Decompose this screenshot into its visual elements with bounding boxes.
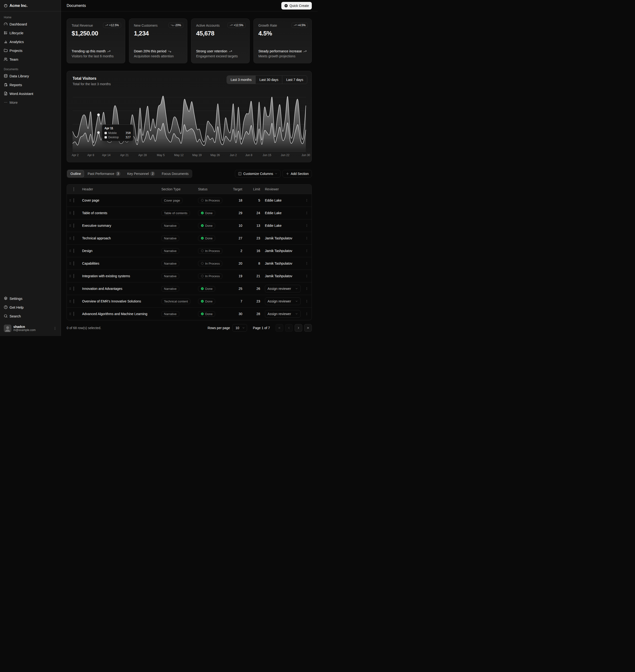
selection-status: 0 of 68 row(s) selected.	[67, 326, 102, 330]
sidebar-item-data-library[interactable]: Data Library	[2, 72, 59, 80]
row-limit[interactable]: 23	[243, 299, 261, 303]
user-menu-icon[interactable]	[53, 327, 57, 330]
drag-handle-icon[interactable]	[67, 249, 73, 252]
row-header[interactable]: Integration with existing systems	[82, 274, 161, 278]
row-header[interactable]: Design	[82, 249, 161, 253]
section-type-badge: Narrative	[161, 273, 179, 279]
sidebar-item-get-help[interactable]: Get Help	[2, 304, 59, 311]
row-target[interactable]: 18	[229, 199, 243, 202]
row-header[interactable]: Cover page	[82, 199, 161, 202]
tab-past-performance[interactable]: Past Performance3	[85, 170, 124, 177]
row-target[interactable]: 29	[229, 211, 243, 215]
row-checkbox[interactable]	[73, 198, 74, 202]
row-target[interactable]: 2	[229, 249, 243, 253]
assign-reviewer-select[interactable]: Assign reviewer	[265, 310, 301, 318]
row-menu-icon[interactable]	[302, 299, 311, 303]
row-checkbox[interactable]	[73, 223, 74, 228]
row-checkbox[interactable]	[73, 236, 74, 240]
range-option-last-7-days[interactable]: Last 7 days	[282, 76, 307, 84]
row-limit[interactable]: 23	[243, 236, 261, 240]
row-target[interactable]: 19	[229, 274, 243, 278]
tab-key-personnel[interactable]: Key Personnel2	[124, 170, 158, 177]
row-limit[interactable]: 24	[243, 211, 261, 215]
row-checkbox[interactable]	[73, 211, 74, 215]
sidebar-user[interactable]: shadcn m@example.com	[2, 323, 59, 334]
sidebar-item-projects[interactable]: Projects	[2, 47, 59, 54]
sidebar-item-reports[interactable]: Reports	[2, 81, 59, 88]
tab-focus-documents[interactable]: Focus Documents	[158, 170, 192, 177]
sidebar-item-settings[interactable]: Settings	[2, 295, 59, 302]
page-chevron-right-button[interactable]	[294, 324, 302, 332]
row-header[interactable]: Capabilities	[82, 262, 161, 265]
row-limit[interactable]: 21	[243, 274, 261, 278]
row-target[interactable]: 27	[229, 236, 243, 240]
row-menu-icon[interactable]	[302, 262, 311, 265]
row-limit[interactable]: 26	[243, 287, 261, 291]
row-checkbox[interactable]	[73, 261, 74, 266]
row-checkbox[interactable]	[73, 312, 74, 316]
sidebar-item-search[interactable]: Search	[2, 312, 59, 319]
sidebar-item-word-assistant[interactable]: Word Assistant	[2, 90, 59, 97]
drag-handle-icon[interactable]	[67, 274, 73, 278]
sidebar-brand[interactable]: Acme Inc.	[0, 0, 61, 12]
assign-reviewer-select[interactable]: Assign reviewer	[265, 285, 301, 292]
row-header[interactable]: Table of contents	[82, 211, 161, 215]
row-checkbox[interactable]	[73, 249, 74, 253]
row-limit[interactable]: 13	[243, 224, 261, 227]
row-target[interactable]: 10	[229, 224, 243, 227]
add-section-button[interactable]: Add Section	[283, 170, 312, 178]
assign-reviewer-select[interactable]: Assign reviewer	[265, 297, 301, 305]
drag-handle-icon[interactable]	[67, 299, 73, 303]
drag-handle-icon[interactable]	[67, 237, 73, 240]
row-target[interactable]: 20	[229, 262, 243, 265]
row-target[interactable]: 7	[229, 299, 243, 303]
row-menu-icon[interactable]	[302, 274, 311, 278]
page-chevrons-left-button[interactable]	[276, 324, 283, 332]
select-all-checkbox[interactable]	[73, 187, 74, 191]
sidebar-item-lifecycle[interactable]: Lifecycle	[2, 29, 59, 37]
row-header[interactable]: Overview of EMR's Innovative Solutions	[82, 299, 161, 303]
quick-create-button[interactable]: Quick Create	[281, 2, 312, 9]
table-row: Overview of EMR's Innovative Solutions T…	[67, 295, 311, 308]
row-limit[interactable]: 28	[243, 312, 261, 316]
sidebar-item-dashboard[interactable]: Dashboard	[2, 20, 59, 28]
x-tick-label: Apr 14	[102, 154, 110, 157]
tab-outline[interactable]: Outline	[67, 170, 84, 177]
row-menu-icon[interactable]	[302, 287, 311, 290]
drag-handle-icon[interactable]	[67, 287, 73, 290]
drag-handle-icon[interactable]	[67, 211, 73, 215]
range-option-last-3-months[interactable]: Last 3 months	[227, 76, 255, 84]
drag-handle-icon[interactable]	[67, 262, 73, 265]
sidebar-item-team[interactable]: Team	[2, 56, 59, 63]
row-menu-icon[interactable]	[302, 312, 311, 316]
row-menu-icon[interactable]	[302, 237, 311, 240]
trend-badge: -20%	[169, 23, 183, 28]
row-header[interactable]: Innovation and Advantages	[82, 287, 161, 291]
row-menu-icon[interactable]	[302, 211, 311, 215]
row-limit[interactable]: 8	[243, 262, 261, 265]
row-checkbox[interactable]	[73, 274, 74, 278]
sidebar-item-more[interactable]: More	[2, 99, 59, 106]
row-target[interactable]: 25	[229, 287, 243, 291]
row-menu-icon[interactable]	[302, 249, 311, 252]
page-chevrons-right-button[interactable]	[304, 324, 312, 332]
row-limit[interactable]: 5	[243, 199, 261, 202]
row-header[interactable]: Executive summary	[82, 224, 161, 227]
row-limit[interactable]: 16	[243, 249, 261, 253]
sidebar-item-analytics[interactable]: Analytics	[2, 38, 59, 45]
page-chevron-left-button[interactable]	[285, 324, 293, 332]
row-header[interactable]: Advanced Algorithms and Machine Learning	[82, 312, 161, 316]
rows-per-page-select[interactable]: 10	[232, 324, 247, 332]
drag-handle-icon[interactable]	[67, 199, 73, 202]
drag-handle-icon[interactable]	[67, 312, 73, 316]
row-menu-icon[interactable]	[302, 224, 311, 227]
row-checkbox[interactable]	[73, 299, 74, 304]
customize-columns-button[interactable]: Customize Columns	[235, 170, 280, 178]
range-option-last-30-days[interactable]: Last 30 days	[255, 76, 282, 84]
row-header[interactable]: Technical approach	[82, 236, 161, 240]
row-target[interactable]: 30	[229, 312, 243, 316]
row-menu-icon[interactable]	[302, 199, 311, 202]
row-checkbox[interactable]	[73, 287, 74, 291]
drag-handle-icon[interactable]	[67, 224, 73, 227]
area-chart[interactable]: Apr 11 Mobile350Desktop327	[72, 94, 306, 152]
